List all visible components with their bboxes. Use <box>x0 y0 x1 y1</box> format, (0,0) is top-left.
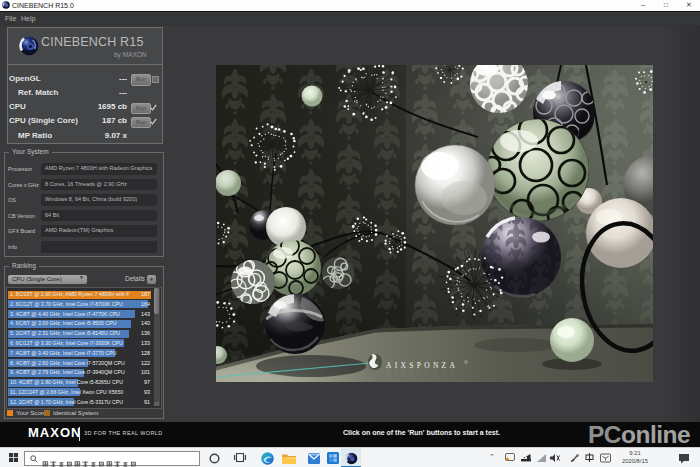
svg-text:AIXSPONZA: AIXSPONZA <box>386 369 458 378</box>
